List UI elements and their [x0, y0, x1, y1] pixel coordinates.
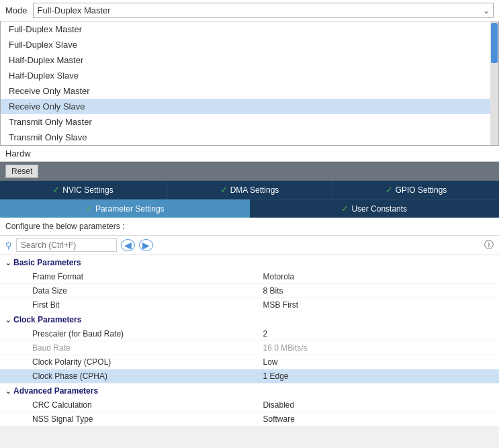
dropdown-item[interactable]: Receive Only Master: [1, 83, 490, 99]
param-row[interactable]: Frame FormatMotorola: [0, 270, 499, 284]
param-row[interactable]: Clock Phase (CPHA)1 Edge: [0, 369, 499, 384]
dropdown-item[interactable]: Transmit Only Slave: [1, 130, 490, 145]
nav-prev-icon[interactable]: ◀: [121, 239, 135, 251]
param-value: 2: [263, 329, 494, 339]
param-value: 8 Bits: [263, 286, 494, 296]
mode-select-display[interactable]: Full-Duplex Master: [33, 3, 494, 18]
param-name: Clock Phase (CPHA): [32, 371, 263, 381]
param-name: Prescaler (for Baud Rate): [32, 329, 263, 339]
tab-label: NVIC Settings: [62, 185, 113, 195]
param-name: First Bit: [32, 300, 263, 310]
tab-check-icon: ✓: [341, 204, 349, 214]
dropdown-item[interactable]: Transmit Only Master: [1, 114, 490, 130]
dropdown-item[interactable]: Receive Only Slave: [1, 99, 490, 114]
hardware-row: Hardw: [0, 146, 499, 162]
tab-dma[interactable]: ✓DMA Settings: [167, 181, 333, 199]
param-row[interactable]: Baud Rate16.0 MBits/s: [0, 341, 499, 355]
param-value: 1 Edge: [263, 371, 494, 381]
param-row[interactable]: Prescaler (for Baud Rate)2: [0, 327, 499, 341]
tab-label: DMA Settings: [230, 185, 279, 195]
tab-nvic[interactable]: ✓NVIC Settings: [0, 181, 167, 199]
section-header-advanced-parameters[interactable]: ⌄Advanced Parameters: [0, 384, 499, 398]
tab-gpio[interactable]: ✓GPIO Settings: [333, 181, 499, 199]
param-value: MSB First: [263, 300, 494, 310]
param-row[interactable]: First BitMSB First: [0, 298, 499, 312]
param-value: Low: [263, 357, 494, 367]
reset-button[interactable]: Reset: [5, 165, 38, 178]
info-icon: ⓘ: [484, 239, 494, 251]
section-title: Basic Parameters: [13, 258, 81, 267]
param-name: Clock Polarity (CPOL): [32, 357, 263, 367]
param-row[interactable]: Data Size8 Bits: [0, 284, 499, 298]
configure-bar: Configure the below parameters :: [0, 218, 499, 236]
param-row[interactable]: CRC CalculationDisabled: [0, 398, 499, 412]
param-name: CRC Calculation: [32, 400, 263, 410]
params-content: ⌄Basic ParametersFrame FormatMotorolaDat…: [0, 255, 499, 427]
scrollbar-thumb[interactable]: [491, 23, 498, 63]
dropdown-scrollbar[interactable]: [490, 21, 498, 145]
param-value: Software: [263, 414, 494, 424]
search-bar: ⚲ ◀ ▶ ⓘ: [0, 236, 499, 255]
tab-check-icon: ✓: [85, 204, 93, 214]
mode-bar: Mode Full-Duplex Master ⌄: [0, 0, 499, 21]
param-name: NSS Signal Type: [32, 414, 263, 424]
param-name: Baud Rate: [32, 343, 263, 353]
param-row[interactable]: Clock Polarity (CPOL)Low: [0, 355, 499, 369]
tab2-user[interactable]: ✓User Constants: [250, 199, 500, 218]
tab-check-icon: ✓: [220, 185, 228, 195]
section-arrow-icon: ⌄: [5, 316, 11, 324]
dropdown-item[interactable]: Full-Duplex Master: [1, 21, 490, 37]
tab-check-icon: ✓: [385, 185, 393, 195]
dropdown-list: Full-Duplex MasterFull-Duplex SlaveHalf-…: [1, 21, 490, 145]
param-value: Disabled: [263, 400, 494, 410]
dropdown-item[interactable]: Half-Duplex Master: [1, 52, 490, 68]
param-name: Frame Format: [32, 272, 263, 281]
mode-select-wrapper[interactable]: Full-Duplex Master ⌄: [33, 3, 494, 18]
tabs-row1: ✓NVIC Settings✓DMA Settings✓GPIO Setting…: [0, 181, 499, 199]
search-icon: ⚲: [5, 240, 12, 251]
dropdown-item[interactable]: Full-Duplex Slave: [1, 37, 490, 52]
section-arrow-icon: ⌄: [5, 259, 11, 267]
mode-label: Mode: [5, 5, 28, 15]
dropdown-scroll-wrapper: Full-Duplex MasterFull-Duplex SlaveHalf-…: [1, 21, 498, 145]
reset-row: Reset: [0, 162, 499, 181]
mode-dropdown: Full-Duplex MasterFull-Duplex SlaveHalf-…: [0, 21, 499, 146]
configure-text: Configure the below parameters :: [5, 222, 124, 231]
section-header-clock-parameters[interactable]: ⌄Clock Parameters: [0, 312, 499, 327]
section-header-basic-parameters[interactable]: ⌄Basic Parameters: [0, 255, 499, 270]
tab-check-icon: ✓: [52, 185, 60, 195]
param-row[interactable]: NSS Signal TypeSoftware: [0, 412, 499, 427]
tabs-row2: ✓Parameter Settings✓User Constants: [0, 199, 499, 218]
section-title: Clock Parameters: [13, 315, 81, 324]
nav-next-icon[interactable]: ▶: [139, 239, 153, 251]
tab2-label: Parameter Settings: [95, 204, 165, 214]
param-value: 16.0 MBits/s: [263, 343, 494, 353]
dropdown-item[interactable]: Half-Duplex Slave: [1, 68, 490, 83]
search-input[interactable]: [16, 238, 117, 252]
hardware-label: Hardw: [5, 148, 31, 159]
section-title: Advanced Parameters: [13, 386, 98, 396]
tab2-label: User Constants: [351, 204, 407, 214]
param-name: Data Size: [32, 286, 263, 296]
param-value: Motorola: [263, 272, 494, 281]
tab-label: GPIO Settings: [396, 185, 447, 195]
section-arrow-icon: ⌄: [5, 388, 11, 395]
tab2-parameter[interactable]: ✓Parameter Settings: [0, 199, 250, 218]
